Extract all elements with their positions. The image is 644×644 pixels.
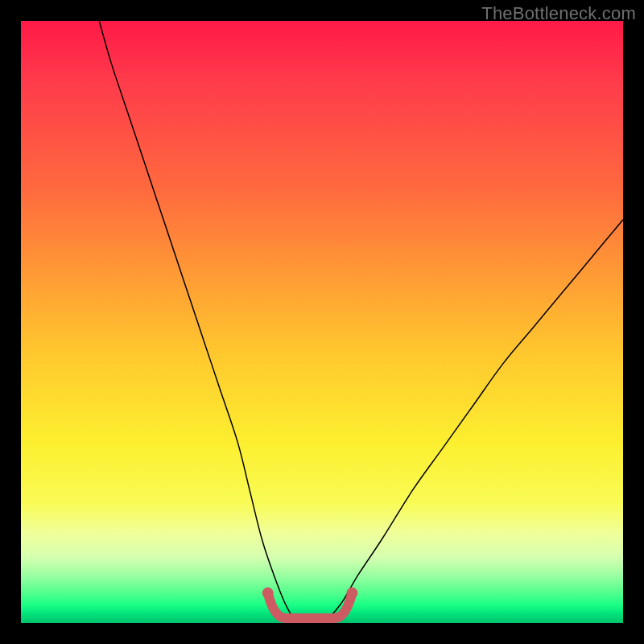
plot-area <box>21 21 623 623</box>
highlight-end-left <box>262 588 274 599</box>
watermark-text: TheBottleneck.com <box>481 3 636 24</box>
chart-overlay <box>21 21 623 623</box>
highlight-end-right <box>346 588 357 599</box>
bottleneck-curve <box>99 21 623 623</box>
